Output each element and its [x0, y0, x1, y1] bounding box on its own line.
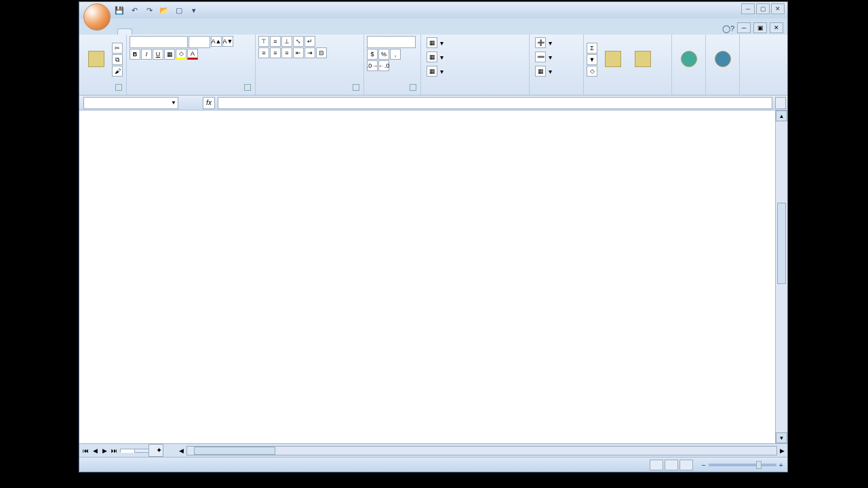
- formula-bar[interactable]: [218, 97, 772, 109]
- tab-review[interactable]: [193, 29, 207, 35]
- zoom-in-icon[interactable]: +: [779, 461, 783, 469]
- fill-color-icon[interactable]: ◇: [176, 49, 186, 60]
- wrap-text-icon[interactable]: ↵: [304, 36, 315, 47]
- share-file-button[interactable]: [675, 49, 703, 70]
- paste-button[interactable]: [82, 49, 111, 70]
- clear-icon[interactable]: ◇: [587, 66, 597, 77]
- zoom-control[interactable]: − +: [698, 461, 783, 469]
- find-select-button[interactable]: [629, 49, 657, 70]
- save-icon[interactable]: 💾: [113, 4, 125, 16]
- undo-icon[interactable]: ↶: [128, 4, 140, 16]
- delete-cells-icon: ➖: [535, 52, 546, 62]
- cells-format-button[interactable]: ▦▾: [532, 64, 555, 78]
- qat-dropdown-icon[interactable]: ▾: [188, 4, 200, 16]
- decrease-decimal-icon[interactable]: ←.0: [378, 60, 389, 71]
- merge-center-icon[interactable]: ⊟: [316, 47, 327, 58]
- paste-icon: [88, 51, 104, 67]
- increase-decimal-icon[interactable]: .0→: [367, 60, 378, 71]
- tab-acrobat[interactable]: [238, 29, 252, 35]
- italic-button[interactable]: I: [141, 49, 152, 60]
- open-icon[interactable]: 📂: [158, 4, 170, 16]
- tab-addins[interactable]: [223, 29, 237, 35]
- sort-filter-button[interactable]: [599, 49, 627, 70]
- font-name-select[interactable]: [130, 36, 188, 48]
- sheet-tab-correlation[interactable]: [134, 449, 149, 453]
- border-icon[interactable]: ▦: [164, 49, 175, 60]
- grow-font-icon[interactable]: A▲: [211, 36, 222, 47]
- cond-fmt-icon: ▦: [427, 37, 437, 48]
- doc-restore-button[interactable]: ▣: [753, 22, 767, 33]
- vertical-scrollbar[interactable]: ▲ ▼: [775, 110, 787, 443]
- page-layout-view-button[interactable]: [665, 460, 678, 470]
- orientation-icon[interactable]: ⤡: [293, 36, 304, 47]
- cells-insert-button[interactable]: ➕▾: [532, 36, 555, 49]
- font-launcher[interactable]: [244, 84, 251, 91]
- sheet-nav[interactable]: ⏮◀▶⏭: [79, 447, 120, 454]
- scroll-thumb[interactable]: [777, 203, 786, 284]
- number-launcher[interactable]: [410, 84, 416, 91]
- font-size-select[interactable]: [189, 36, 210, 48]
- close-button[interactable]: ✕: [771, 3, 785, 14]
- align-middle-icon[interactable]: ≡: [270, 36, 281, 47]
- tab-formulas[interactable]: [163, 29, 177, 35]
- cell-styles-button[interactable]: ▦▾: [424, 64, 446, 78]
- titlebar: 💾 ↶ ↷ 📂 ▢ ▾ ─ ▢ ✕: [79, 2, 787, 18]
- table-icon: ▦: [427, 52, 437, 62]
- minimize-button[interactable]: ─: [741, 3, 755, 14]
- tab-view[interactable]: [208, 29, 222, 35]
- chevron-down-icon[interactable]: ▼: [171, 100, 176, 106]
- maximize-button[interactable]: ▢: [756, 3, 770, 14]
- cut-icon[interactable]: ✂: [112, 43, 123, 54]
- number-format-select[interactable]: [367, 36, 416, 48]
- comma-icon[interactable]: ,: [390, 49, 401, 60]
- horizontal-scrollbar[interactable]: ◀ ▶: [176, 446, 787, 455]
- align-top-icon[interactable]: ⊤: [258, 36, 269, 47]
- align-bottom-icon[interactable]: ⊥: [281, 36, 292, 47]
- zoom-slider[interactable]: [709, 464, 776, 466]
- fill-icon[interactable]: ▼: [587, 54, 597, 65]
- new-icon[interactable]: ▢: [173, 4, 185, 16]
- doc-close-button[interactable]: ✕: [770, 22, 783, 33]
- doc-minimize-button[interactable]: ─: [737, 22, 751, 33]
- increase-indent-icon[interactable]: ⇥: [304, 47, 315, 58]
- percent-icon[interactable]: %: [378, 49, 389, 60]
- expand-formula-bar[interactable]: [775, 97, 786, 109]
- copy-icon[interactable]: ⧉: [112, 54, 123, 65]
- tab-insert[interactable]: [134, 29, 147, 35]
- namebox-row: ▼ fx: [79, 96, 787, 110]
- shrink-font-icon[interactable]: A▼: [222, 36, 233, 47]
- redo-icon[interactable]: ↷: [143, 4, 155, 16]
- align-left-icon[interactable]: ≡: [258, 47, 269, 58]
- zoom-out-icon[interactable]: −: [701, 461, 705, 469]
- tab-data[interactable]: [178, 29, 192, 35]
- scroll-up-icon[interactable]: ▲: [776, 110, 787, 121]
- alignment-launcher[interactable]: [353, 84, 359, 91]
- help-icon[interactable]: ◯?: [722, 22, 734, 35]
- fx-button[interactable]: fx: [203, 97, 215, 109]
- tab-home[interactable]: [117, 28, 132, 35]
- normal-view-button[interactable]: [650, 460, 663, 470]
- clipboard-launcher[interactable]: [115, 84, 122, 91]
- page-break-view-button[interactable]: [679, 460, 693, 470]
- grid[interactable]: [79, 110, 775, 443]
- align-center-icon[interactable]: ≡: [270, 47, 281, 58]
- conditional-formatting-button[interactable]: ▦▾: [424, 36, 446, 49]
- format-as-table-button[interactable]: ▦▾: [424, 50, 446, 64]
- align-right-icon[interactable]: ≡: [281, 47, 292, 58]
- office-button[interactable]: [83, 3, 111, 30]
- cells-delete-button[interactable]: ➖▾: [532, 50, 555, 64]
- name-box[interactable]: ▼: [83, 97, 178, 109]
- underline-button[interactable]: U: [153, 49, 163, 60]
- sheet-tab-standard-deviation[interactable]: [120, 449, 135, 453]
- webex-button[interactable]: [709, 49, 736, 70]
- currency-icon[interactable]: $: [367, 49, 378, 60]
- font-color-icon[interactable]: A: [187, 49, 198, 60]
- decrease-indent-icon[interactable]: ⇤: [293, 47, 304, 58]
- tab-page-layout[interactable]: [149, 29, 162, 35]
- bold-button[interactable]: B: [130, 49, 140, 60]
- format-painter-icon[interactable]: 🖌: [112, 66, 123, 77]
- autosum-icon[interactable]: Σ: [587, 43, 597, 54]
- new-sheet-button[interactable]: ✦: [149, 444, 163, 457]
- ribbon-tabs: ◯? ─ ▣ ✕: [79, 18, 787, 35]
- scroll-down-icon[interactable]: ▼: [776, 432, 787, 443]
